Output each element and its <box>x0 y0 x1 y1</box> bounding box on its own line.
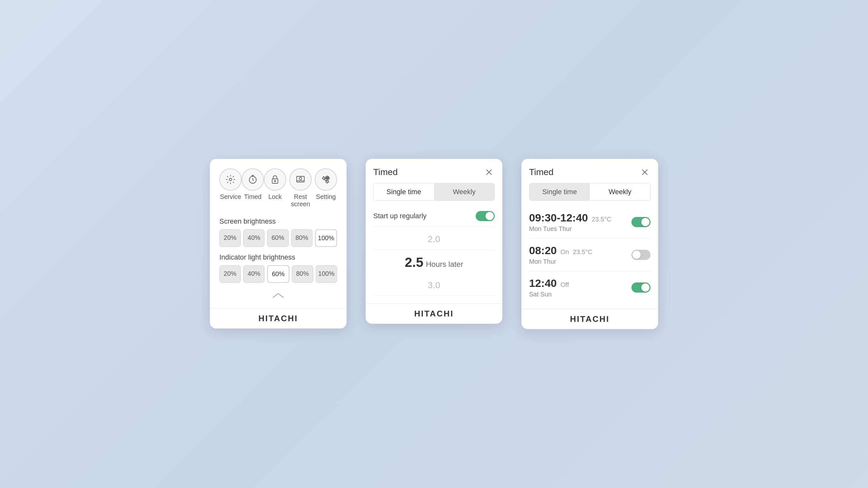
startup-row: Start up regularly <box>373 206 495 227</box>
schedule-days-2: Mon Thur <box>529 258 631 265</box>
screen-brightness-40[interactable]: 40% <box>243 229 265 247</box>
svg-point-5 <box>299 177 302 180</box>
settings-panel: Service Timed <box>210 159 347 328</box>
schedule-temp-1: 23.5°C <box>592 216 611 223</box>
indicator-brightness-section: Indicator light brightness 20% 40% 60% 8… <box>219 253 337 283</box>
panel2-title: Timed <box>373 167 398 177</box>
timed-single-panel: Timed Single time Weekly Start up regula… <box>366 159 502 324</box>
single-time-content: Start up regularly 2.0 2.5Hours later 3.… <box>366 206 502 303</box>
schedule-toggle-2[interactable] <box>631 250 651 260</box>
schedule-days-3: Sat Sun <box>529 291 631 298</box>
scroll-up-indicator <box>219 289 337 302</box>
svg-rect-2 <box>272 179 278 183</box>
service-icon <box>225 174 236 185</box>
timed-label: Timed <box>244 193 262 200</box>
lock-icon-circle <box>264 168 286 191</box>
panel2-footer: HITACHI <box>366 303 502 324</box>
screen-brightness-60[interactable]: 60% <box>267 229 288 247</box>
schedule-time-2: 08:20 <box>529 244 557 257</box>
nav-item-setting[interactable]: Setting <box>315 168 337 208</box>
schedule-time-1: 09:30-12:40 <box>529 212 588 224</box>
time-value-2-5: 2.5Hours later <box>373 250 495 275</box>
panel3-footer: HITACHI <box>521 309 658 329</box>
hitachi-logo-1: HITACHI <box>215 314 341 323</box>
schedule-time-row-2: 08:20 On 23.5°C <box>529 244 631 257</box>
timed-weekly-panel: Timed Single time Weekly 09:30-12:40 23.… <box>521 159 658 329</box>
tab-single-time-2[interactable]: Single time <box>374 183 434 200</box>
screen-brightness-100[interactable]: 100% <box>315 229 337 247</box>
rest-screen-label: Rest screen <box>286 193 315 208</box>
indicator-brightness-40[interactable]: 40% <box>243 265 265 283</box>
nav-item-lock[interactable]: Lock <box>264 168 286 208</box>
screen-brightness-title: Screen brightness <box>219 217 337 226</box>
schedule-left-1: 09:30-12:40 23.5°C Mon Tues Thur <box>529 212 631 233</box>
schedule-item-2: 08:20 On 23.5°C Mon Thur <box>529 238 651 271</box>
time-value-3-0: 3.0 <box>373 275 495 296</box>
toggle-slider-off-2 <box>631 250 651 260</box>
schedule-time-3: 12:40 <box>529 277 557 289</box>
screen-brightness-80[interactable]: 80% <box>291 229 313 247</box>
schedule-status-3: Off <box>561 281 569 289</box>
schedule-left-3: 12:40 Off Sat Sun <box>529 277 631 298</box>
panel3-header: Timed <box>521 159 658 183</box>
hitachi-logo-3: HITACHI <box>527 314 653 324</box>
panel1-footer: HITACHI <box>210 308 347 328</box>
toggle-slider-on-1 <box>631 217 651 227</box>
indicator-brightness-100[interactable]: 100% <box>316 265 337 283</box>
schedule-toggle-3[interactable] <box>631 283 651 293</box>
schedule-days-1: Mon Tues Thur <box>529 225 631 233</box>
setting-label: Setting <box>316 193 336 200</box>
panel2-header: Timed <box>366 159 502 183</box>
panel3-close-button[interactable] <box>639 166 651 178</box>
toggle-slider-on-3 <box>631 283 651 293</box>
indicator-brightness-60[interactable]: 60% <box>267 265 289 283</box>
panel2-tab-bar: Single time Weekly <box>373 183 495 201</box>
startup-toggle[interactable] <box>476 211 495 221</box>
close-icon-2 <box>485 168 493 176</box>
hitachi-logo-2: HITACHI <box>371 309 497 319</box>
schedule-time-row-3: 12:40 Off <box>529 277 631 289</box>
rest-screen-icon-circle <box>289 168 312 191</box>
panel3-tab-bar: Single time Weekly <box>529 183 651 201</box>
toggle-slider-on <box>476 211 495 221</box>
time-picker: 2.0 2.5Hours later 3.0 <box>373 227 495 298</box>
indicator-brightness-title: Indicator light brightness <box>219 253 337 261</box>
schedule-time-row-1: 09:30-12:40 23.5°C <box>529 212 631 224</box>
tab-weekly-2[interactable]: Weekly <box>434 183 494 200</box>
lock-icon <box>270 174 280 185</box>
screen-brightness-section: Screen brightness 20% 40% 60% 80% 100% <box>219 217 337 247</box>
panel2-close-button[interactable] <box>483 166 495 178</box>
indicator-brightness-buttons: 20% 40% 60% 80% 100% <box>219 265 337 283</box>
svg-point-0 <box>229 178 232 181</box>
indicator-brightness-20[interactable]: 20% <box>219 265 241 283</box>
panel3-title: Timed <box>529 167 554 177</box>
timed-icon <box>248 174 258 185</box>
timed-icon-circle <box>242 168 264 191</box>
chevron-up-icon <box>272 292 285 299</box>
service-label: Service <box>220 193 241 200</box>
close-icon-3 <box>641 168 649 176</box>
startup-label: Start up regularly <box>373 212 427 220</box>
schedule-item-3: 12:40 Off Sat Sun <box>529 271 651 304</box>
tab-single-time-3[interactable]: Single time <box>529 183 590 200</box>
svg-point-3 <box>274 181 276 182</box>
time-value-2-0: 2.0 <box>373 229 495 250</box>
setting-icon-circle <box>315 168 337 191</box>
tab-weekly-3[interactable]: Weekly <box>590 183 650 200</box>
schedule-temp-2: 23.5°C <box>573 249 592 256</box>
nav-item-service[interactable]: Service <box>219 168 242 208</box>
nav-icons-row: Service Timed <box>219 168 337 208</box>
weekly-content: 09:30-12:40 23.5°C Mon Tues Thur 08:20 O… <box>521 206 658 309</box>
rest-screen-icon <box>296 174 306 185</box>
panels-container: Service Timed <box>210 159 658 329</box>
schedule-status-2: On <box>561 249 569 256</box>
schedule-toggle-1[interactable] <box>631 217 651 227</box>
setting-icon <box>321 174 331 185</box>
indicator-brightness-80[interactable]: 80% <box>292 265 313 283</box>
nav-item-rest-screen[interactable]: Rest screen <box>286 168 315 208</box>
nav-item-timed[interactable]: Timed <box>242 168 264 208</box>
screen-brightness-20[interactable]: 20% <box>219 229 241 247</box>
screen-brightness-buttons: 20% 40% 60% 80% 100% <box>219 229 337 247</box>
schedule-item-1: 09:30-12:40 23.5°C Mon Tues Thur <box>529 206 651 238</box>
service-icon-circle <box>219 168 242 191</box>
